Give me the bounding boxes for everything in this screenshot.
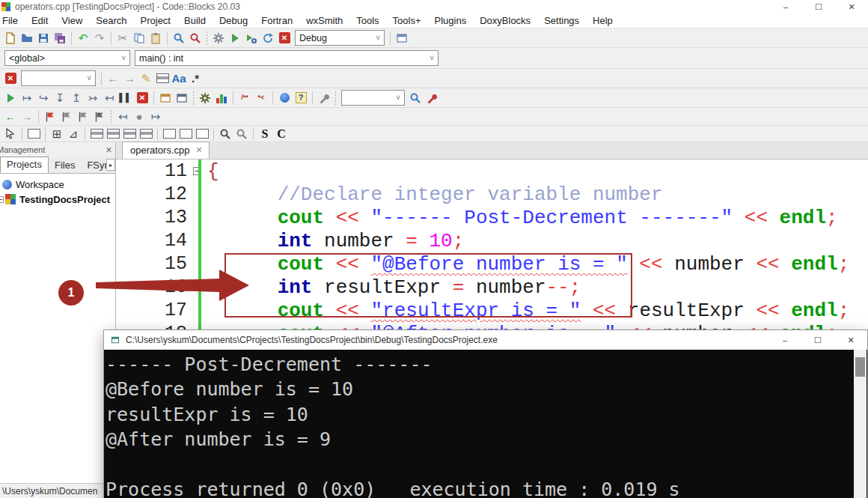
menu-item-plugins[interactable]: Plugins [428,13,474,28]
function-combo[interactable]: main() : int˅ [135,50,438,66]
clear-search-icon[interactable]: ✕ [3,71,18,86]
management-tab-projects[interactable]: Projects [0,157,49,173]
wxsmith-border3-icon[interactable] [195,127,210,142]
console-title-bar[interactable]: C:\Users\yskum\Documents\CProjects\Testi… [104,330,867,350]
console-scrollbar-thumb[interactable] [855,357,865,377]
editor-tab-operators[interactable]: operators.cpp ✕ [122,142,210,159]
tab-scroll-arrow[interactable]: ▸ [106,159,115,171]
block-comment-icon[interactable]: /** [237,91,252,106]
wxsmith-content-icon[interactable]: C [274,127,289,142]
menu-item-fortran[interactable]: Fortran [254,13,299,28]
search-prev-icon[interactable]: ← [106,71,120,86]
console-maximize-button[interactable]: ☐ [801,330,834,350]
expander-icon[interactable] [0,196,4,203]
debugging-windows-icon[interactable] [158,91,173,106]
menu-item-debug[interactable]: Debug [213,13,254,28]
match-case-icon[interactable]: Aa [171,71,186,86]
symbols-settings-icon[interactable] [424,91,439,106]
symbols-search-combo[interactable]: ˅ [341,90,405,106]
build-and-run-icon[interactable] [244,31,259,46]
menu-item-view[interactable]: View [55,13,89,28]
menu-item-project[interactable]: Project [134,13,177,28]
clear-bookmarks-icon[interactable] [92,109,107,124]
menu-item-doxyblocks[interactable]: DoxyBlocks [473,13,537,28]
redo-icon[interactable]: ↷ [92,31,107,46]
cut-icon[interactable]: ✂ [115,31,130,46]
selected-text-icon[interactable] [155,71,170,86]
line-comment-icon[interactable]: *< [254,91,269,106]
step-into-icon[interactable]: ↧ [52,91,67,106]
editor-tab-close-icon[interactable]: ✕ [196,145,203,155]
step-out-icon[interactable]: ↥ [69,91,84,106]
breakpoint-icon[interactable]: ● [132,109,147,124]
save-icon[interactable] [36,31,51,46]
stop-debugger-icon[interactable]: ✕ [135,91,150,106]
close-button[interactable]: ✕ [835,0,868,13]
console-close-button[interactable]: ✕ [834,330,867,350]
doxyblocks-extract-icon[interactable] [198,91,213,106]
jump-back-icon[interactable]: ← [3,109,18,124]
minimize-button[interactable]: – [769,0,802,13]
regex-icon[interactable]: .* [188,71,203,86]
break-debugger-icon[interactable]: ▌▌ [118,91,133,106]
next-instruction-icon[interactable]: ↣ [85,91,100,106]
menu-item-build[interactable]: Build [177,13,213,28]
maximize-button[interactable]: ☐ [802,0,835,13]
run-icon[interactable] [227,31,242,46]
wxsmith-sizer4-icon[interactable] [138,127,153,142]
new-file-icon[interactable] [3,31,18,46]
debug-info-icon[interactable] [174,91,189,106]
menu-item-settings[interactable]: Settings [537,13,586,28]
select-target-icon[interactable] [394,31,409,46]
toggle-bookmark-icon[interactable] [43,109,58,124]
copy-icon[interactable] [132,31,147,46]
zoom-out-icon[interactable] [234,127,249,142]
doxyblocks-settings-icon[interactable] [317,91,331,106]
menu-item-wxsmith[interactable]: wxSmith [299,13,349,28]
paste-icon[interactable] [148,31,163,46]
zoom-in-icon[interactable] [218,127,233,142]
fold-margin[interactable] [187,167,207,175]
scope-combo[interactable]: <global>˅ [4,50,130,66]
menu-item-edit[interactable]: Edit [25,13,55,28]
tree-item-project[interactable]: TestingDocsProject [0,192,115,207]
wxsmith-sizer1-icon[interactable] [89,127,104,142]
menu-item-tools-[interactable]: Tools+ [386,13,428,28]
symbols-find-icon[interactable] [408,91,423,106]
abort-icon[interactable]: ✕ [277,31,292,46]
wxsmith-source-icon[interactable]: S [257,127,272,142]
wxsmith-frame-icon[interactable] [26,127,41,142]
debug-continue-icon[interactable] [3,91,18,106]
menu-item-search[interactable]: Search [89,13,133,28]
menu-item-help[interactable]: Help [586,13,620,28]
management-tab-files[interactable]: Files [49,158,81,173]
search-next-icon[interactable]: → [122,71,137,86]
undo-icon[interactable]: ↶ [76,31,91,46]
wxsmith-border2-icon[interactable] [178,127,193,142]
doxyblocks-help-icon[interactable]: ? [293,91,308,106]
highlight-icon[interactable]: ✎ [138,71,153,86]
jump-forward-icon[interactable]: → [19,109,34,124]
next-line-icon[interactable]: ↪ [36,91,51,106]
console-minimize-button[interactable]: – [768,330,801,350]
management-close-icon[interactable]: ✕ [106,145,112,155]
goto-prev-changed-icon[interactable]: ↤ [115,109,130,124]
save-all-icon[interactable] [52,31,67,46]
menu-item-tools[interactable]: Tools [349,13,385,28]
rebuild-icon[interactable] [260,31,275,46]
wxsmith-sizer3-icon[interactable] [122,127,137,142]
next-bookmark-icon[interactable] [76,109,91,124]
prev-bookmark-icon[interactable] [59,109,74,124]
doxygen-sphere-icon[interactable] [277,91,292,106]
incremental-search-combo[interactable]: ˅ [21,70,96,86]
wxsmith-pointer-icon[interactable] [3,127,18,142]
doxyblocks-chart-icon[interactable] [214,91,229,106]
build-target-combo[interactable]: Debug˅ [295,30,385,46]
find-icon[interactable] [171,31,186,46]
menu-item-file[interactable]: File [0,13,25,28]
wxsmith-border1-icon[interactable] [162,127,177,142]
open-file-icon[interactable] [19,31,34,46]
wxsmith-flex-sizer-icon[interactable]: ⊿ [66,127,81,142]
wxsmith-grid-sizer-icon[interactable]: ⊞ [49,127,64,142]
build-icon[interactable] [211,31,226,46]
